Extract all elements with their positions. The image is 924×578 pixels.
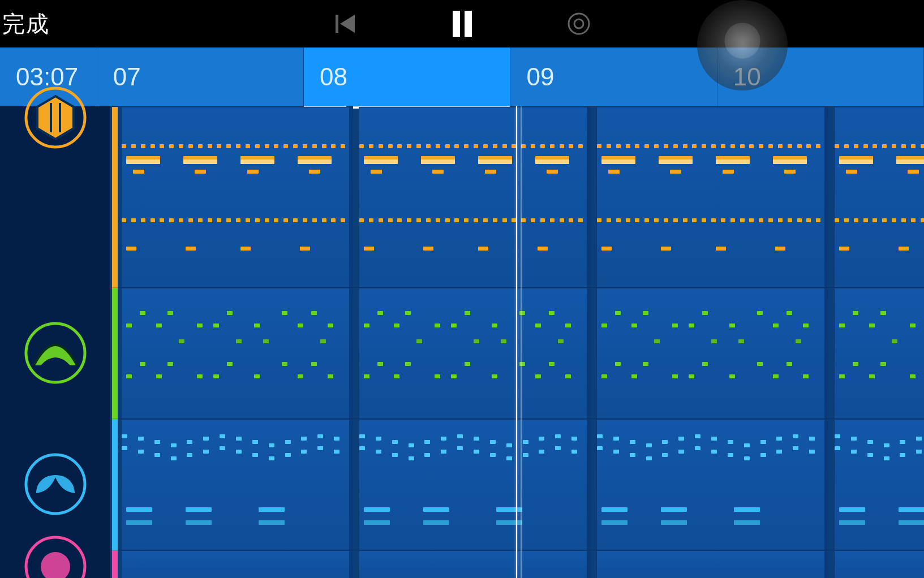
midi-note bbox=[454, 144, 459, 148]
midi-note bbox=[740, 218, 745, 222]
play-pause-button[interactable] bbox=[446, 8, 478, 40]
assistive-touch-button[interactable] bbox=[697, 0, 788, 90]
clip-region[interactable] bbox=[359, 288, 587, 419]
midi-note bbox=[388, 218, 393, 222]
midi-note bbox=[283, 144, 288, 148]
midi-note bbox=[301, 437, 307, 441]
midi-note bbox=[359, 218, 364, 222]
midi-note bbox=[421, 159, 455, 164]
midi-note bbox=[186, 507, 212, 512]
midi-note bbox=[695, 446, 700, 450]
midi-note bbox=[285, 453, 291, 457]
midi-note bbox=[683, 144, 687, 148]
midi-note bbox=[773, 159, 807, 164]
clip-region[interactable] bbox=[121, 107, 350, 288]
clip-region[interactable] bbox=[359, 550, 587, 578]
lane-vox[interactable] bbox=[112, 550, 924, 578]
clip-region[interactable] bbox=[834, 419, 924, 550]
track-header-vox[interactable] bbox=[0, 550, 110, 578]
midi-note bbox=[379, 144, 383, 148]
midi-note bbox=[535, 374, 541, 378]
clip-region[interactable] bbox=[121, 288, 350, 419]
clip-region[interactable] bbox=[834, 107, 924, 288]
midi-note bbox=[899, 520, 924, 525]
midi-note bbox=[423, 507, 449, 512]
midi-note bbox=[880, 362, 886, 366]
midi-note bbox=[835, 218, 839, 222]
midi-note bbox=[549, 311, 555, 315]
arrangement-lanes[interactable] bbox=[112, 106, 924, 578]
midi-note bbox=[760, 453, 766, 457]
bar-cell-07[interactable]: 07 bbox=[97, 48, 304, 106]
rewind-button[interactable] bbox=[330, 8, 362, 40]
lane-synth[interactable] bbox=[112, 287, 924, 419]
midi-note bbox=[654, 218, 659, 222]
midi-note bbox=[160, 218, 164, 222]
clip-region[interactable] bbox=[596, 419, 825, 550]
midi-note bbox=[331, 218, 336, 222]
clip-region[interactable] bbox=[121, 419, 350, 550]
done-button[interactable]: 完成 bbox=[0, 8, 50, 40]
midi-note bbox=[851, 450, 857, 454]
midi-note bbox=[364, 507, 390, 512]
midi-note bbox=[569, 218, 573, 222]
midi-note bbox=[388, 144, 393, 148]
midi-note bbox=[901, 144, 906, 148]
midi-note bbox=[187, 453, 192, 457]
midi-note bbox=[673, 144, 678, 148]
midi-note bbox=[236, 144, 240, 148]
midi-note bbox=[635, 218, 639, 222]
svg-rect-2 bbox=[453, 11, 460, 37]
clip-region[interactable] bbox=[834, 550, 924, 578]
midi-note bbox=[334, 450, 339, 454]
track-header-drums[interactable] bbox=[0, 106, 110, 287]
midi-note bbox=[179, 144, 183, 148]
midi-note bbox=[560, 144, 564, 148]
midi-note bbox=[122, 434, 127, 438]
midi-note bbox=[730, 144, 735, 148]
track-header-synth[interactable] bbox=[0, 287, 110, 419]
midi-note bbox=[901, 218, 906, 222]
midi-note bbox=[571, 450, 577, 454]
lane-pad[interactable] bbox=[112, 419, 924, 550]
clip-region[interactable] bbox=[596, 288, 825, 419]
lane-drums[interactable] bbox=[112, 106, 924, 288]
clip-region[interactable] bbox=[596, 107, 825, 288]
clip-region[interactable] bbox=[359, 419, 587, 550]
midi-note bbox=[692, 218, 697, 222]
midi-note bbox=[236, 218, 240, 222]
midi-note bbox=[521, 218, 526, 222]
midi-note bbox=[328, 323, 333, 327]
midi-note bbox=[126, 247, 136, 251]
midi-note bbox=[643, 362, 648, 366]
midi-note bbox=[441, 450, 446, 454]
midi-note bbox=[300, 247, 310, 251]
clip-region[interactable] bbox=[596, 550, 825, 578]
midi-note bbox=[154, 440, 160, 444]
midi-note bbox=[259, 507, 285, 512]
midi-note bbox=[776, 450, 782, 454]
bar-cell-08[interactable]: 08 bbox=[304, 48, 510, 106]
midi-note bbox=[197, 323, 203, 327]
bar-cell-09[interactable]: 09 bbox=[510, 48, 717, 106]
midi-note bbox=[156, 323, 162, 327]
midi-note bbox=[744, 456, 750, 460]
midi-note bbox=[441, 437, 446, 441]
midi-note bbox=[397, 218, 402, 222]
clip-region[interactable] bbox=[359, 107, 587, 288]
midi-note bbox=[154, 453, 160, 457]
clip-region[interactable] bbox=[121, 550, 350, 578]
midi-note bbox=[749, 144, 754, 148]
midi-note bbox=[341, 144, 345, 148]
midi-note bbox=[757, 362, 763, 366]
midi-note bbox=[702, 144, 706, 148]
midi-note bbox=[364, 159, 398, 164]
midi-note bbox=[502, 144, 507, 148]
clip-region[interactable] bbox=[834, 288, 924, 419]
track-header-pad[interactable] bbox=[0, 419, 110, 550]
record-button[interactable] bbox=[563, 8, 595, 40]
midi-note bbox=[672, 374, 678, 378]
midi-note bbox=[616, 218, 621, 222]
playhead[interactable] bbox=[516, 106, 517, 578]
midi-note bbox=[916, 450, 922, 454]
